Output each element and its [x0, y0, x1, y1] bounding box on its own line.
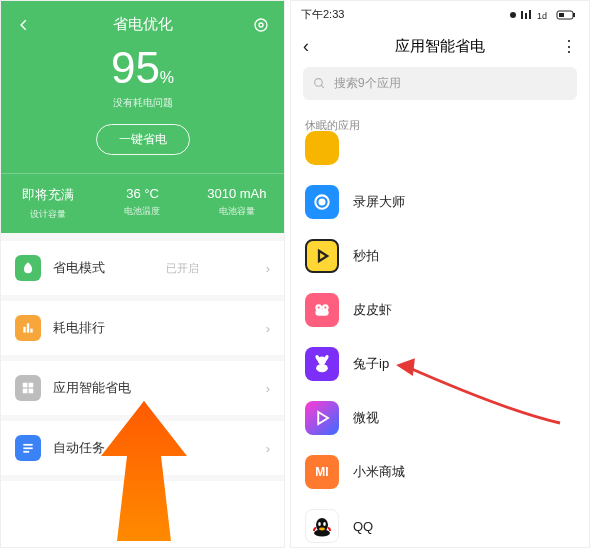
battery-score: 95% [1, 46, 284, 90]
one-tap-save-button[interactable]: 一键省电 [96, 124, 190, 155]
app-grid-icon [15, 375, 41, 401]
left-screenshot: 省电优化 95% 没有耗电问题 一键省电 即将充满 设计容量 36 °C 电池温… [0, 0, 285, 548]
power-optimize-header: 省电优化 95% 没有耗电问题 一键省电 [1, 1, 284, 173]
chevron-right-icon: › [266, 321, 270, 336]
status-bar: 下午2:33 1d [291, 1, 589, 28]
svg-rect-9 [23, 444, 32, 446]
page-title: 省电优化 [113, 15, 173, 34]
app-icon: MI [305, 455, 339, 489]
svg-rect-17 [521, 11, 523, 19]
app-icon [305, 293, 339, 327]
list-item[interactable]: 兔子ip [291, 337, 589, 391]
svg-marker-38 [318, 412, 328, 424]
page-header: ‹ 应用智能省电 ⋮ [291, 28, 589, 67]
svg-point-37 [316, 364, 328, 372]
status-time: 下午2:33 [301, 7, 344, 22]
svg-rect-31 [315, 309, 328, 316]
svg-rect-6 [29, 383, 34, 388]
svg-rect-23 [559, 13, 564, 17]
menu-app-smart-power[interactable]: 应用智能省电 › [1, 361, 284, 421]
chevron-right-icon: › [266, 261, 270, 276]
app-label: 秒拍 [353, 247, 379, 265]
list-item[interactable]: QQ [291, 499, 589, 548]
app-icon [305, 185, 339, 219]
app-icon [305, 239, 339, 273]
svg-point-16 [510, 12, 516, 18]
settings-menu: 省电模式 已开启 › 耗电排行 › 应用智能省电 › 自动任务 › [1, 233, 284, 481]
svg-point-27 [320, 200, 325, 205]
list-item[interactable]: 录屏大师 [291, 175, 589, 229]
list-item[interactable]: 微视 [291, 391, 589, 445]
svg-point-43 [319, 528, 325, 531]
menu-power-mode[interactable]: 省电模式 已开启 › [1, 241, 284, 301]
app-label: 微视 [353, 409, 379, 427]
right-screenshot: 下午2:33 1d ‹ 应用智能省电 ⋮ 搜索9个应用 休眠的应用 [290, 0, 590, 548]
menu-power-ranking[interactable]: 耗电排行 › [1, 301, 284, 361]
score-subtitle: 没有耗电问题 [1, 96, 284, 110]
menu-label: 耗电排行 [53, 319, 105, 337]
svg-rect-3 [27, 323, 29, 332]
svg-point-33 [324, 306, 326, 308]
score-value: 95 [111, 43, 160, 92]
chevron-right-icon: › [266, 381, 270, 396]
svg-point-41 [318, 522, 321, 526]
app-icon [305, 509, 339, 543]
app-label: 皮皮虾 [353, 301, 392, 319]
svg-text:1d: 1d [537, 11, 547, 21]
search-input[interactable]: 搜索9个应用 [303, 67, 577, 100]
svg-rect-5 [23, 383, 28, 388]
svg-rect-4 [30, 329, 32, 333]
svg-rect-22 [573, 13, 575, 17]
svg-rect-2 [23, 327, 25, 333]
app-icon [305, 131, 339, 165]
svg-marker-28 [319, 251, 327, 262]
list-item[interactable]: MI 小米商城 [291, 445, 589, 499]
app-label: 兔子ip [353, 355, 389, 373]
svg-rect-19 [529, 10, 531, 19]
search-icon [313, 77, 326, 90]
svg-rect-18 [525, 13, 527, 19]
battery-stats: 即将充满 设计容量 36 °C 电池温度 3010 mAh 电池容量 [1, 173, 284, 233]
app-label: 录屏大师 [353, 193, 405, 211]
app-list: 录屏大师 秒拍 皮皮虾 兔子ip 微视 MI 小米商城 [291, 121, 589, 548]
svg-point-1 [255, 19, 267, 31]
stat-capacity: 3010 mAh 电池容量 [190, 174, 284, 233]
gear-icon[interactable] [252, 16, 270, 34]
search-placeholder: 搜索9个应用 [334, 75, 401, 92]
more-icon[interactable]: ⋮ [559, 37, 577, 56]
svg-point-0 [259, 23, 263, 27]
list-item[interactable]: 皮皮虾 [291, 283, 589, 337]
menu-auto-task[interactable]: 自动任务 › [1, 421, 284, 481]
back-icon[interactable]: ‹ [303, 36, 321, 57]
svg-rect-7 [23, 389, 28, 394]
svg-point-40 [314, 530, 330, 537]
chevron-right-icon: › [266, 441, 270, 456]
svg-rect-10 [23, 447, 32, 449]
app-icon [305, 347, 339, 381]
app-icon [305, 401, 339, 435]
app-label: QQ [353, 519, 373, 534]
page-title: 应用智能省电 [321, 37, 559, 56]
list-item[interactable]: 秒拍 [291, 229, 589, 283]
svg-rect-11 [23, 451, 29, 453]
svg-point-42 [323, 522, 326, 526]
stat-charge: 即将充满 设计容量 [1, 174, 95, 233]
chart-icon [15, 315, 41, 341]
menu-label: 省电模式 [53, 259, 105, 277]
svg-rect-8 [29, 389, 34, 394]
stat-temp: 36 °C 电池温度 [95, 174, 189, 233]
svg-point-24 [315, 79, 323, 87]
leaf-icon [15, 255, 41, 281]
status-icons: 1d [509, 9, 579, 21]
svg-line-25 [321, 85, 324, 88]
menu-label: 应用智能省电 [53, 379, 131, 397]
svg-point-32 [318, 306, 320, 308]
app-label: 小米商城 [353, 463, 405, 481]
score-unit: % [160, 69, 174, 86]
menu-hint: 已开启 [166, 261, 199, 276]
back-icon[interactable] [15, 16, 33, 34]
menu-label: 自动任务 [53, 439, 105, 457]
tasks-icon [15, 435, 41, 461]
